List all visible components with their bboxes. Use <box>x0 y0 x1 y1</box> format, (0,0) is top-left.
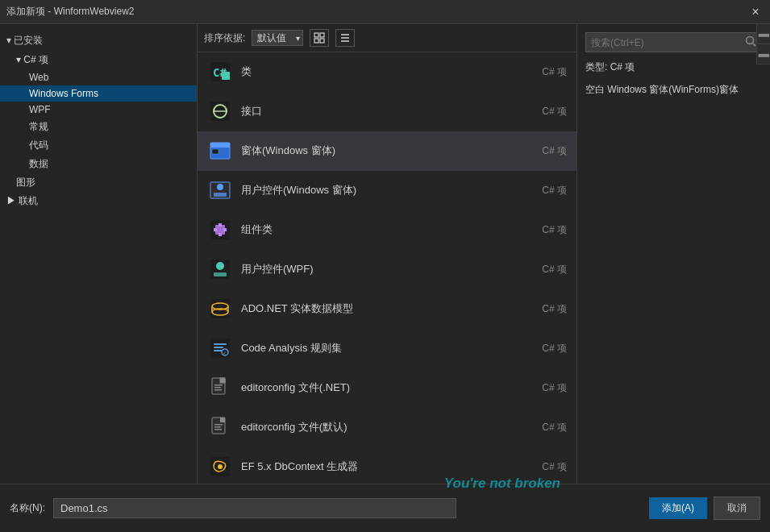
list-item[interactable]: EF 5.x DbContext 生成器 C# 项 <box>198 447 576 484</box>
title-bar: 添加新项 - WinformWebview2 × <box>0 0 770 24</box>
adonet-icon <box>207 296 233 322</box>
name-label: 名称(N): <box>10 501 45 515</box>
item-name: editorconfig 文件(.NET) <box>241 380 534 395</box>
item-tag: C# 项 <box>542 302 567 316</box>
info-type: 类型: C# 项 <box>585 57 762 77</box>
item-name: 窗体(Windows 窗体) <box>241 143 534 158</box>
list-item[interactable]: editorconfig 文件(.NET) C# 项 <box>198 368 576 408</box>
sort-label: 排序依据: <box>204 31 245 45</box>
info-panel: 类型: C# 项 空白 Windows 窗体(WinForms)窗体 ▐ ▐ <box>576 24 770 484</box>
item-tag: C# 项 <box>542 421 567 434</box>
svg-rect-2 <box>314 39 318 43</box>
sort-select[interactable]: 默认值 名称 类型 <box>252 30 303 46</box>
dialog-body: ▾ 已安装 ▾ C# 项 Web Windows Forms WPF 常规 代码… <box>0 24 770 484</box>
svg-rect-1 <box>320 33 324 37</box>
search-input[interactable] <box>591 37 742 48</box>
svg-rect-44 <box>214 389 222 391</box>
svg-rect-23 <box>219 223 222 227</box>
list-item[interactable]: 组件类 C# 项 <box>198 210 576 250</box>
usercontrol-icon <box>207 177 233 203</box>
svg-rect-3 <box>320 39 324 43</box>
list-item[interactable]: C# 类 C# 项 <box>198 52 576 92</box>
editorconfig2-icon <box>207 414 233 440</box>
svg-rect-40 <box>220 378 225 383</box>
svg-rect-34 <box>214 343 227 345</box>
sidebar-item-web[interactable]: Web <box>0 69 197 85</box>
svg-rect-47 <box>214 424 223 426</box>
svg-rect-18 <box>214 193 227 197</box>
sidebar-item-code[interactable]: 代码 <box>0 136 197 155</box>
sidebar-item-data[interactable]: 数据 <box>0 155 197 173</box>
svg-point-65 <box>747 37 754 44</box>
item-name: 接口 <box>241 104 534 118</box>
svg-rect-43 <box>214 387 221 389</box>
item-name: ADO.NET 实体数据模型 <box>241 301 534 316</box>
add-button[interactable]: 添加(A) <box>649 497 707 519</box>
item-tag: C# 项 <box>542 184 567 197</box>
svg-point-51 <box>218 464 223 469</box>
right-tab[interactable]: ▐ <box>757 44 770 64</box>
item-tag: C# 项 <box>542 144 567 158</box>
search-box[interactable] <box>585 32 762 52</box>
item-tag: C# 项 <box>542 65 567 79</box>
list-item[interactable]: 用户控件(WPF) C# 项 <box>198 250 576 289</box>
items-list: C# 类 C# 项 接口 C# 项 <box>198 52 576 484</box>
list-item[interactable]: ✓ Code Analysis 规则集 C# 项 <box>198 329 576 368</box>
info-description: 空白 Windows 窗体(WinForms)窗体 <box>585 82 762 97</box>
svg-point-17 <box>217 184 223 190</box>
list-view-button[interactable] <box>335 29 355 47</box>
svg-rect-14 <box>210 143 230 148</box>
sidebar-item-windowsforms[interactable]: Windows Forms <box>0 85 197 102</box>
sidebar-item-graphics[interactable]: 图形 <box>0 173 197 192</box>
grid-view-button[interactable] <box>310 29 329 47</box>
svg-rect-27 <box>214 272 227 276</box>
list-item[interactable]: editorconfig 文件(默认) C# 项 <box>198 408 576 447</box>
close-button[interactable]: × <box>747 4 764 20</box>
item-name: editorconfig 文件(默认) <box>241 420 534 434</box>
item-name: 组件类 <box>241 222 534 237</box>
editorconfig-icon <box>207 375 233 401</box>
class-icon: C# <box>207 59 233 85</box>
item-name: 类 <box>241 64 534 79</box>
item-tag: C# 项 <box>542 342 567 355</box>
search-icon <box>745 35 756 49</box>
item-tag: C# 项 <box>542 263 567 276</box>
right-tab[interactable]: ▐ <box>757 24 770 44</box>
sidebar-installed[interactable]: ▾ 已安装 <box>0 31 197 51</box>
wpfcontrol-icon <box>207 256 233 282</box>
item-tag: C# 项 <box>542 381 567 395</box>
item-tag: C# 项 <box>542 105 567 118</box>
sidebar-item-csharp[interactable]: ▾ C# 项 <box>0 51 197 69</box>
item-name: 用户控件(WPF) <box>241 262 534 276</box>
item-name: Code Analysis 规则集 <box>241 341 534 355</box>
svg-rect-0 <box>314 33 318 37</box>
list-item[interactable]: 用户控件(Windows 窗体) C# 项 <box>198 171 576 210</box>
svg-rect-15 <box>212 149 219 154</box>
sort-select-wrapper[interactable]: 默认值 名称 类型 <box>252 30 303 46</box>
interface-icon <box>207 98 233 124</box>
sidebar-item-wpf[interactable]: WPF <box>0 102 197 118</box>
svg-rect-42 <box>214 384 223 386</box>
item-name: EF 5.x DbContext 生成器 <box>241 459 534 474</box>
ef5-icon <box>207 454 233 480</box>
sidebar-item-machine[interactable]: ▶ 联机 <box>0 192 197 210</box>
codeanalysis-icon: ✓ <box>207 335 233 361</box>
svg-rect-48 <box>214 426 221 428</box>
svg-text:✓: ✓ <box>223 350 227 356</box>
list-item[interactable]: ADO.NET 实体数据模型 C# 项 <box>198 289 576 329</box>
sidebar-item-normal[interactable]: 常规 <box>0 118 197 136</box>
name-input[interactable] <box>53 498 456 518</box>
svg-rect-21 <box>214 228 217 231</box>
list-item[interactable]: 接口 C# 项 <box>198 92 576 131</box>
list-item[interactable]: 窗体(Windows 窗体) C# 项 <box>198 131 576 171</box>
item-tag: C# 项 <box>542 223 567 237</box>
title-bar-title: 添加新项 - WinformWebview2 <box>6 5 134 19</box>
cancel-button[interactable]: 取消 <box>714 497 760 520</box>
item-name: 用户控件(Windows 窗体) <box>241 183 534 197</box>
toolbar: 排序依据: 默认值 名称 类型 <box>198 24 576 52</box>
svg-rect-9 <box>222 72 230 80</box>
component-icon <box>207 217 233 243</box>
form-icon <box>207 138 233 164</box>
svg-point-26 <box>216 262 224 270</box>
bottom-bar: 名称(N): You're not broken 添加(A) 取消 <box>0 484 770 532</box>
